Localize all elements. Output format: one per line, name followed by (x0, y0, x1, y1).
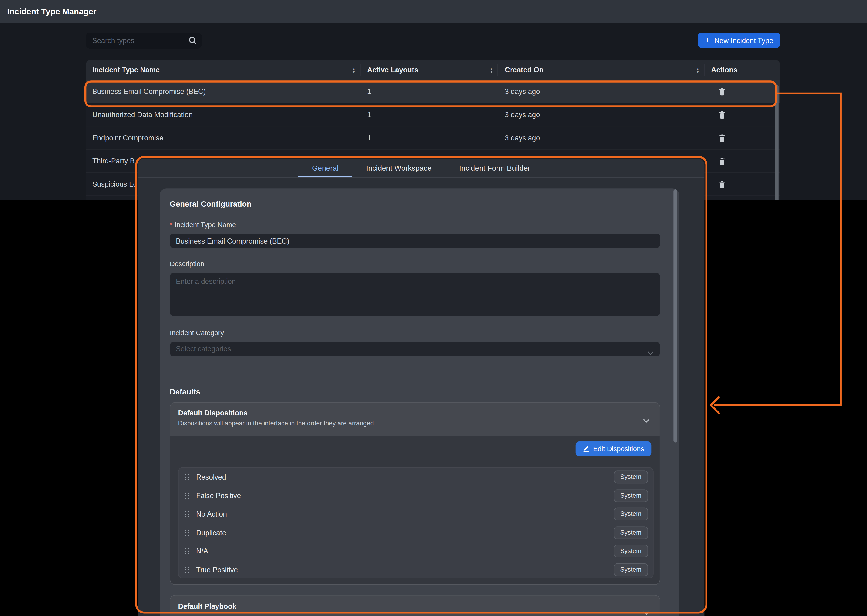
default-dispositions-header[interactable]: Default Dispositions Dispositions will a… (170, 402, 660, 436)
search-icon (189, 36, 197, 47)
sort-icon: ▲▼ (490, 67, 493, 73)
default-dispositions-panel: Default Dispositions Dispositions will a… (170, 402, 660, 585)
incident-category-select[interactable]: Select categories (170, 342, 660, 356)
cell-layouts: 1 (361, 87, 498, 96)
edit-dispositions-button[interactable]: Edit Dispositions (575, 442, 651, 456)
cell-created: 3 days ago (498, 87, 705, 96)
edit-pencil-icon (583, 445, 590, 453)
disposition-item: True Positive System (179, 561, 653, 578)
default-dispositions-title: Default Dispositions (178, 409, 247, 417)
disposition-label: True Positive (196, 566, 613, 574)
modal-tabs: General Incident Workspace Incident Form… (138, 159, 705, 178)
disposition-label: False Positive (196, 492, 613, 500)
disposition-item: False Positive System (179, 486, 653, 505)
cell-layouts: 1 (361, 110, 498, 119)
drag-handle-icon[interactable] (185, 530, 189, 536)
chevron-down-icon (643, 608, 650, 616)
cell-name: Endpoint Compromise (86, 134, 361, 142)
app-header: Incident Type Manager (0, 0, 867, 22)
disposition-label: Resolved (196, 473, 613, 481)
system-badge: System (613, 526, 648, 539)
table-row[interactable]: Endpoint Compromise 1 3 days ago (86, 126, 780, 150)
search-box (86, 33, 202, 49)
plus-icon: + (705, 35, 710, 45)
disposition-label: Duplicate (196, 529, 613, 537)
drag-handle-icon[interactable] (185, 511, 189, 517)
drag-handle-icon[interactable] (185, 474, 189, 480)
disposition-label: N/A (196, 547, 613, 555)
default-dispositions-subtitle: Dispositions will appear in the interfac… (178, 420, 375, 427)
delete-button[interactable] (719, 111, 725, 118)
drag-handle-icon[interactable] (185, 548, 189, 554)
default-playbook-header[interactable]: Default Playbook (170, 596, 660, 616)
incident-type-name-label: *Incident Type Name (170, 221, 236, 229)
select-placeholder: Select categories (176, 342, 231, 356)
system-badge: System (613, 563, 648, 576)
system-badge: System (613, 508, 648, 520)
cell-layouts: 1 (361, 134, 498, 142)
section-title-general-configuration: General Configuration (170, 200, 252, 208)
column-header-incident-type-name[interactable]: Incident Type Name ▲▼ (86, 60, 361, 80)
column-header-active-layouts[interactable]: Active Layouts ▲▼ (361, 60, 498, 80)
dispositions-list: Resolved System False Positive System No… (178, 467, 654, 578)
incident-category-label: Incident Category (170, 329, 224, 337)
system-badge: System (613, 489, 648, 502)
page-title: Incident Type Manager (7, 0, 96, 22)
trash-icon (719, 134, 725, 141)
section-divider (170, 382, 660, 382)
drag-handle-icon[interactable] (185, 493, 189, 499)
cell-name: Business Email Compromise (BEC) (86, 87, 361, 96)
disposition-label: No Action (196, 510, 613, 519)
column-header-actions: Actions (705, 60, 780, 80)
column-header-created-on[interactable]: Created On ▲▼ (498, 60, 705, 80)
tab-incident-workspace[interactable]: Incident Workspace (352, 159, 445, 178)
table-scrollbar-thumb[interactable] (775, 85, 779, 200)
section-title-defaults: Defaults (170, 387, 200, 396)
disposition-item: N/A System (179, 542, 653, 561)
table-header-row: Incident Type Name ▲▼ Active Layouts ▲▼ … (86, 60, 780, 80)
incident-type-config-modal: General Incident Workspace Incident Form… (138, 159, 705, 616)
delete-button[interactable] (719, 88, 725, 95)
delete-button[interactable] (719, 157, 725, 165)
table-row[interactable]: Business Email Compromise (BEC) 1 3 days… (86, 80, 780, 104)
chevron-down-icon (643, 415, 650, 425)
trash-icon (719, 88, 725, 95)
drag-handle-icon[interactable] (185, 566, 189, 573)
trash-icon (719, 181, 725, 188)
default-playbook-title: Default Playbook (178, 602, 236, 610)
cell-created: 3 days ago (498, 134, 705, 142)
disposition-item: Resolved System (179, 468, 653, 487)
edit-dispositions-label: Edit Dispositions (593, 445, 644, 453)
description-field[interactable] (170, 273, 660, 316)
required-asterisk: * (170, 221, 173, 229)
description-label: Description (170, 260, 205, 268)
sort-icon: ▲▼ (696, 67, 700, 73)
sort-icon: ▲▼ (352, 67, 356, 73)
chevron-down-icon (648, 347, 654, 358)
new-incident-type-button[interactable]: + New Incident Type (698, 33, 780, 48)
system-badge: System (613, 471, 648, 484)
default-dispositions-body: Edit Dispositions Resolved System False … (170, 436, 660, 585)
table-row[interactable]: Unauthorized Data Modification 1 3 days … (86, 103, 780, 126)
annotation-arrowhead (711, 397, 719, 413)
new-incident-type-label: New Incident Type (714, 36, 774, 45)
system-badge: System (613, 545, 648, 558)
modal-scrollbar-thumb[interactable] (673, 189, 677, 442)
tab-general[interactable]: General (298, 159, 352, 178)
cell-name: Unauthorized Data Modification (86, 110, 361, 119)
delete-button[interactable] (719, 134, 725, 141)
default-playbook-panel: Default Playbook (170, 595, 660, 616)
disposition-item: No Action System (179, 505, 653, 523)
general-configuration-card: General Configuration *Incident Type Nam… (160, 188, 679, 616)
tab-incident-form-builder[interactable]: Incident Form Builder (445, 159, 544, 178)
trash-icon (719, 157, 725, 165)
incident-type-name-field[interactable] (170, 234, 660, 248)
delete-button[interactable] (719, 181, 725, 188)
trash-icon (719, 111, 725, 118)
search-input[interactable] (86, 33, 202, 49)
cell-created: 3 days ago (498, 110, 705, 119)
incident-type-manager-screen: Incident Type Manager + New Incident Typ… (0, 0, 867, 616)
disposition-item: Duplicate System (179, 523, 653, 542)
